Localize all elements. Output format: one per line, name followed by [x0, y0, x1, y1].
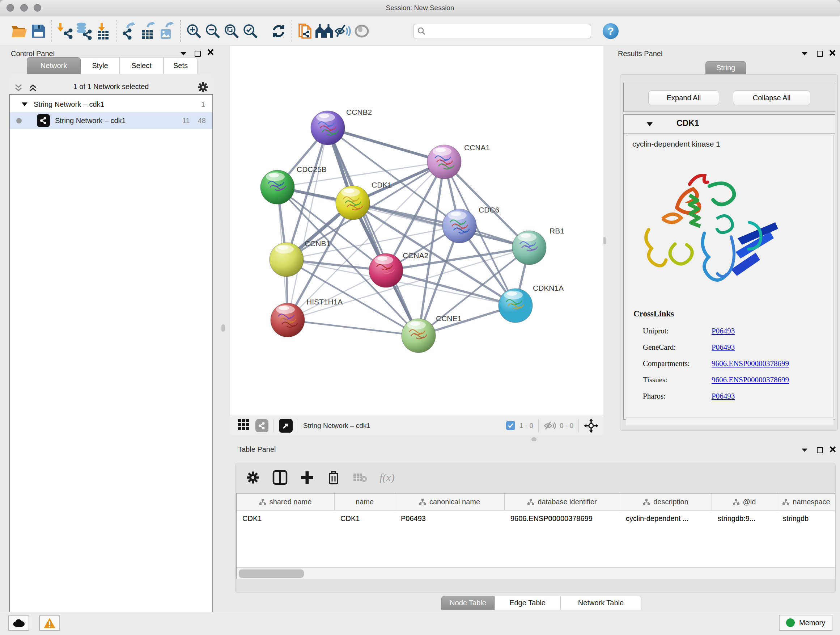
hide-eye-icon[interactable]: [333, 21, 352, 41]
delete-column-icon[interactable]: [327, 470, 340, 485]
column-header[interactable]: @id: [712, 494, 777, 510]
cell-shared-name[interactable]: CDK1: [237, 510, 335, 526]
network-row-selected[interactable]: String Network – cdk1 11 48: [10, 112, 212, 129]
column-header[interactable]: canonical name: [395, 494, 505, 510]
selected-checkbox-icon[interactable]: [506, 421, 515, 430]
cell-description[interactable]: cyclin-dependent ...: [620, 510, 712, 526]
table-row[interactable]: CDK1 CDK1 P06493 9606.ENSP00000378699 cy…: [237, 510, 835, 526]
table-settings-gear-icon[interactable]: [246, 470, 260, 485]
export-network-icon[interactable]: [120, 21, 139, 41]
tab-sets[interactable]: Sets: [164, 57, 197, 74]
collection-expander-icon[interactable]: [21, 102, 28, 107]
crosslink-pharos-link[interactable]: P06493: [712, 388, 735, 404]
refresh-icon[interactable]: [269, 21, 288, 41]
zoom-in-icon[interactable]: [185, 21, 203, 41]
table-hscrollbar[interactable]: [237, 567, 835, 579]
fit-recenter-icon[interactable]: [584, 418, 598, 433]
tab-select[interactable]: Select: [119, 57, 164, 74]
toggle-column-icon[interactable]: [272, 470, 287, 485]
column-header[interactable]: name: [335, 494, 395, 510]
add-column-icon[interactable]: [300, 470, 314, 485]
hidden-eye-icon[interactable]: [544, 421, 556, 431]
section-expander-icon[interactable]: [646, 122, 653, 127]
cloud-status-button[interactable]: [8, 616, 29, 631]
network-node-CCNA2[interactable]: CCNA2: [369, 251, 428, 287]
crosslink-row: Pharos:P06493: [643, 388, 827, 404]
network-canvas[interactable]: CCNB2CCNA1CDC25BCDK1CDC6RB1CCNB1CCNA2CDK…: [230, 46, 603, 416]
results-panel-close-icon[interactable]: [829, 49, 836, 58]
left-splitter-handle[interactable]: [221, 325, 225, 332]
import-network-database-icon[interactable]: [74, 21, 93, 41]
collapse-all-button[interactable]: Collapse All: [733, 90, 810, 105]
control-panel-float-icon[interactable]: [195, 51, 201, 57]
table-panel-float-icon[interactable]: [817, 447, 823, 453]
crosslink-tissues-link[interactable]: 9606.ENSP00000378699: [712, 372, 789, 388]
netbar-right-group: 1 - 0 0 - 0: [506, 418, 603, 433]
memory-button[interactable]: Memory: [779, 615, 832, 631]
network-options-gear-icon[interactable]: [197, 81, 209, 95]
results-hscrollbar[interactable]: [626, 419, 834, 425]
node-section-header[interactable]: CDK1: [624, 115, 835, 134]
network-view-title: String Network – cdk1: [303, 422, 370, 430]
crosslink-compartments-link[interactable]: 9606.ENSP00000378699: [712, 356, 789, 372]
table-panel-collapse-icon[interactable]: [801, 447, 808, 455]
network-node-HIST1H1A[interactable]: HIST1H1A: [271, 298, 343, 337]
network-node-RB1[interactable]: RB1: [512, 226, 564, 264]
column-header[interactable]: shared name: [237, 494, 335, 510]
search-input[interactable]: [426, 27, 581, 35]
tab-edge-table[interactable]: Edge Table: [494, 596, 561, 610]
results-panel-float-icon[interactable]: [817, 51, 823, 57]
cell-namespace[interactable]: stringdb: [777, 510, 836, 526]
cell-name[interactable]: CDK1: [335, 510, 395, 526]
column-header[interactable]: description: [620, 494, 712, 510]
detach-view-icon[interactable]: [279, 419, 293, 432]
column-header[interactable]: namespace: [777, 494, 836, 510]
crosslink-genecard-link[interactable]: P06493: [712, 339, 735, 356]
tab-network[interactable]: Network: [27, 57, 81, 74]
cell-canonical-name[interactable]: P06493: [395, 510, 505, 526]
expand-all-button[interactable]: Expand All: [648, 90, 719, 105]
netbar-separator: [578, 419, 579, 432]
cell-id[interactable]: stringdb:9...: [712, 510, 777, 526]
table-hscrollbar-thumb[interactable]: [239, 570, 304, 578]
import-table-file-icon[interactable]: [93, 21, 112, 41]
control-panel-close-icon[interactable]: [207, 49, 214, 58]
network-collection-row[interactable]: String Network – cdk1 1: [10, 96, 212, 112]
search-box[interactable]: [413, 24, 591, 38]
open-session-icon[interactable]: [10, 21, 29, 41]
column-header[interactable]: database identifier: [505, 494, 620, 510]
save-session-icon[interactable]: [29, 21, 48, 41]
cell-database-identifier[interactable]: 9606.ENSP00000378699: [505, 510, 620, 526]
zoom-selected-icon[interactable]: [241, 21, 260, 41]
zoom-out-icon[interactable]: [203, 21, 222, 41]
node-description: cyclin-dependent kinase 1: [632, 140, 720, 149]
tab-network-table[interactable]: Network Table: [561, 596, 641, 610]
import-network-file-icon[interactable]: [56, 21, 74, 41]
node-label: CCNA1: [464, 143, 490, 152]
home-icon[interactable]: [315, 21, 333, 41]
results-panel-collapse-icon[interactable]: [801, 50, 808, 58]
crosslink-label: Compartments:: [643, 356, 712, 372]
crosslink-uniprot-link[interactable]: P06493: [712, 323, 735, 339]
clone-network-icon[interactable]: [296, 21, 315, 41]
table-panel-close-icon[interactable]: [829, 446, 836, 454]
network-node-CCNA1[interactable]: CCNA1: [427, 143, 490, 179]
selected-counts: 1 - 0: [519, 422, 533, 430]
grid-view-icon[interactable]: [237, 418, 249, 432]
attribute-icon: [419, 499, 426, 505]
window-title: Session: New Session: [0, 4, 840, 12]
zoom-fit-icon[interactable]: [222, 21, 241, 41]
help-icon[interactable]: ?: [603, 23, 619, 39]
tab-node-table[interactable]: Node Table: [441, 596, 494, 610]
export-table-icon[interactable]: [139, 21, 158, 41]
preview-eye-icon[interactable]: [352, 21, 371, 41]
tab-string-results[interactable]: String: [706, 61, 746, 74]
network-graph[interactable]: CCNB2CCNA1CDC25BCDK1CDC6RB1CCNB1CCNA2CDK…: [230, 46, 603, 416]
network-node-CDC25B[interactable]: CDC25B: [261, 165, 327, 204]
attribute-icon: [733, 499, 739, 505]
warning-status-button[interactable]: [39, 616, 60, 631]
export-image-icon[interactable]: [158, 21, 177, 41]
tab-style[interactable]: Style: [81, 57, 119, 74]
title-bar: Session: New Session: [0, 0, 840, 16]
network-view-share-icon[interactable]: [256, 419, 268, 432]
